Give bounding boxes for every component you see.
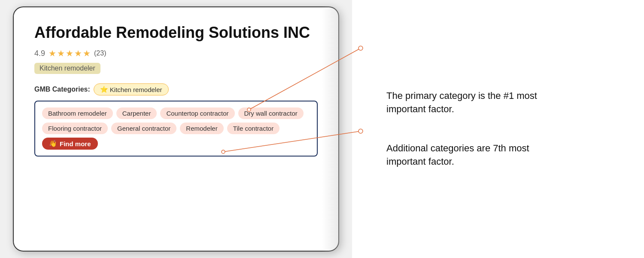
star-1: ★ (49, 48, 56, 58)
rating-number: 4.9 (34, 49, 45, 58)
cat-dry-wall-contractor[interactable]: Dry wall contractor (238, 108, 304, 119)
cat-countertop-contractor[interactable]: Countertop contractor (160, 108, 234, 119)
rating-row: 4.9 ★ ★ ★ ★ ★ (23) (34, 48, 318, 58)
cat-flooring-contractor[interactable]: Flooring contractor (42, 123, 108, 134)
star-icon: ⭐ (100, 86, 108, 93)
star-2: ★ (57, 48, 65, 58)
annotation-primary: The primary category is the #1 most impo… (386, 89, 618, 116)
annotation-additional: Additional categories are 7th most impor… (386, 142, 618, 169)
find-more-label: Find more (60, 140, 91, 147)
star-4: ★ (74, 48, 82, 58)
star-3: ★ (66, 48, 73, 58)
wave-icon: 👋 (49, 140, 57, 147)
cat-tile-contractor[interactable]: Tile contractor (227, 123, 279, 134)
review-count: (23) (94, 49, 106, 57)
tablet-mockup: Affordable Remodeling Solutions INC 4.9 … (13, 6, 339, 252)
annotation-additional-text: Additional categories are 7th most impor… (386, 142, 550, 169)
gmb-label: GMB Categories: (34, 86, 90, 93)
business-name: Affordable Remodeling Solutions INC (34, 24, 318, 41)
annotation-primary-text: The primary category is the #1 most impo… (386, 89, 550, 116)
cat-general-contractor[interactable]: General contractor (111, 123, 176, 134)
primary-cat-tag: ⭐ Kitchen remodeler (94, 83, 169, 95)
primary-category-badge: Kitchen remodeler (34, 63, 100, 74)
find-more-button[interactable]: 👋 Find more (42, 138, 98, 150)
cat-carpenter[interactable]: Carpenter (116, 108, 157, 119)
gmb-categories-row: GMB Categories: ⭐ Kitchen remodeler (34, 83, 318, 95)
additional-categories-box: Bathroom remodeler Carpenter Countertop … (34, 101, 318, 157)
primary-cat-label: Kitchen remodeler (110, 86, 162, 93)
stars: ★ ★ ★ ★ ★ (49, 48, 91, 58)
cat-bathroom-remodeler[interactable]: Bathroom remodeler (42, 108, 113, 119)
star-5: ★ (83, 48, 91, 58)
cat-remodeler[interactable]: Remodeler (180, 123, 223, 134)
tablet-area: Affordable Remodeling Solutions INC 4.9 … (0, 0, 352, 258)
page-container: Affordable Remodeling Solutions INC 4.9 … (0, 0, 644, 258)
annotation-area: The primary category is the #1 most impo… (352, 0, 644, 258)
